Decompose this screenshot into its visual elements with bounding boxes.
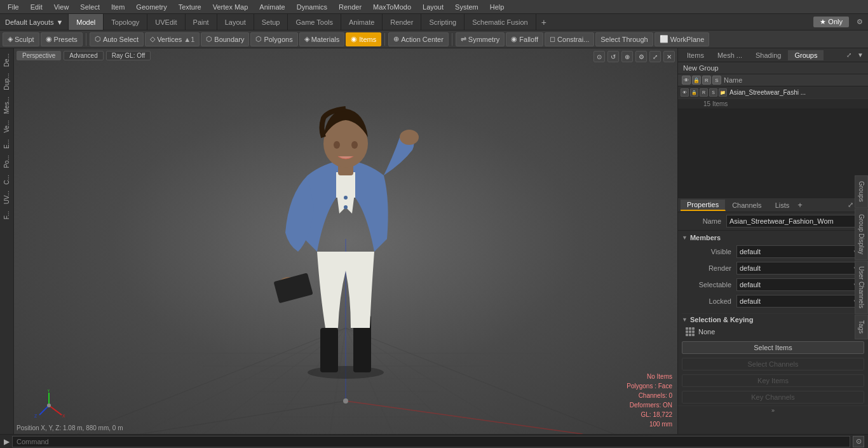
menu-maxtomodo[interactable]: MaxToModo <box>368 2 416 12</box>
key-items-button[interactable]: Key Items <box>682 374 864 387</box>
command-input[interactable] <box>12 436 850 447</box>
panel-expand-icon[interactable]: ⤢ <box>844 50 854 60</box>
vertices-button[interactable]: ◇ Vertices ▲1 <box>145 32 200 46</box>
tab-layout[interactable]: Layout <box>217 14 254 30</box>
settings-button[interactable]: ⚙ <box>851 18 868 26</box>
tab-render[interactable]: Render <box>383 14 421 30</box>
menu-edit[interactable]: Edit <box>25 2 48 12</box>
menu-vertexmap[interactable]: Vertex Map <box>208 2 254 12</box>
locked-select[interactable]: default <box>736 295 860 308</box>
groups-tab-items[interactable]: Items <box>681 50 711 60</box>
tab-schematic[interactable]: Schematic Fusion <box>465 14 536 30</box>
sculpt-button[interactable]: ◈ Sculpt <box>3 32 39 46</box>
viewport-mode-btn[interactable]: Perspective <box>17 51 61 60</box>
viewport-raygl-btn[interactable]: Ray GL: Off <box>106 51 151 60</box>
prop-tab-channels[interactable]: Channels <box>726 200 768 210</box>
nh-eye-icon[interactable]: 👁 <box>682 76 691 85</box>
group-row-0[interactable]: 👁 🔒 R S 📁 Asian_Streetwear_Fashi ... <box>678 86 868 99</box>
members-header[interactable]: ▼ Members <box>682 232 864 243</box>
workplane-button[interactable]: ⬜ WorkPlane <box>654 32 710 46</box>
tab-gametools[interactable]: Game Tools <box>288 14 341 30</box>
gi-folder[interactable]: 📁 <box>719 88 727 97</box>
groups-tab-mesh[interactable]: Mesh ... <box>711 50 749 60</box>
vtab-groups[interactable]: Groups <box>855 175 868 208</box>
vp-settings-icon[interactable]: ⚙ <box>635 51 647 62</box>
key-channels-button[interactable]: Key Channels <box>682 391 864 404</box>
menu-help[interactable]: Help <box>485 2 510 12</box>
menu-render[interactable]: Render <box>334 2 367 12</box>
select-items-button[interactable]: Select Items <box>682 341 864 354</box>
gi-s[interactable]: S <box>709 88 717 97</box>
menu-system[interactable]: System <box>450 2 484 12</box>
groups-tab-groups[interactable]: Groups <box>788 50 824 60</box>
menu-texture[interactable]: Texture <box>173 2 207 12</box>
vtab-user-channels[interactable]: User Channels <box>855 261 868 314</box>
materials-button[interactable]: ◈ Materials <box>299 32 345 46</box>
menu-layout[interactable]: Layout <box>417 2 449 12</box>
items-button[interactable]: ◉ Items <box>346 32 381 46</box>
prop-tab-add-button[interactable]: + <box>797 200 803 210</box>
tab-model[interactable]: Model <box>69 14 104 30</box>
select-through-button[interactable]: Select Through <box>595 32 653 46</box>
polygons-button[interactable]: ⬡ Polygons <box>250 32 297 46</box>
groups-tab-shading[interactable]: Shading <box>749 50 788 60</box>
vp-expand-icon[interactable]: ⤢ <box>649 51 661 62</box>
menu-file[interactable]: File <box>3 2 24 12</box>
panel-expand-button[interactable]: » <box>678 405 868 415</box>
pt-expand-icon[interactable]: ⤢ <box>846 201 855 209</box>
vp-refresh-icon[interactable]: ↺ <box>607 51 619 62</box>
nh-render-icon[interactable]: R <box>702 76 711 85</box>
cmd-search-button[interactable]: ⊙ <box>853 436 864 447</box>
symmetry-button[interactable]: ⇌ Symmetry <box>456 32 505 46</box>
gi-r[interactable]: R <box>700 88 708 97</box>
menu-item[interactable]: Item <box>106 2 130 12</box>
layout-selector[interactable]: Default Layouts ▼ <box>0 14 69 30</box>
falloff-button[interactable]: ◉ Falloff <box>506 32 543 46</box>
tab-scripting[interactable]: Scripting <box>421 14 465 30</box>
gi-eye[interactable]: 👁 <box>681 88 689 97</box>
cmd-arrow-icon[interactable]: ▶ <box>4 437 10 446</box>
viewport-rendering-btn[interactable]: Advanced <box>64 51 103 60</box>
panel-chevron-icon[interactable]: ▼ <box>855 50 865 60</box>
left-tool-6[interactable]: C... <box>1 172 12 187</box>
menu-animate[interactable]: Animate <box>254 2 290 12</box>
left-tool-7[interactable]: UV... <box>1 188 12 207</box>
tab-animate[interactable]: Animate <box>341 14 383 30</box>
sel-keying-header[interactable]: ▼ Selection & Keying <box>682 313 864 325</box>
vp-camera-icon[interactable]: ⊙ <box>593 51 605 62</box>
action-center-button[interactable]: ⊕ Action Center <box>388 32 449 46</box>
tab-topology[interactable]: Topology <box>104 14 147 30</box>
left-tool-8[interactable]: F... <box>1 208 12 222</box>
group-list-empty-area[interactable] <box>678 109 868 198</box>
left-tool-1[interactable]: Dup... <box>1 71 12 93</box>
render-select[interactable]: default <box>736 262 860 275</box>
add-tab-button[interactable]: + <box>536 14 552 30</box>
nh-sel-icon[interactable]: S <box>712 76 721 85</box>
tab-paint[interactable]: Paint <box>186 14 217 30</box>
left-tool-3[interactable]: Ve... <box>1 118 12 135</box>
prop-tab-properties[interactable]: Properties <box>681 200 726 211</box>
menu-select[interactable]: Select <box>75 2 105 12</box>
tab-uvedit[interactable]: UVEdit <box>147 14 185 30</box>
constraints-button[interactable]: ◻ Constrai... <box>545 32 594 46</box>
left-tool-2[interactable]: Mes... <box>1 94 12 116</box>
menu-dynamics[interactable]: Dynamics <box>292 2 332 12</box>
vp-search-icon[interactable]: ⊕ <box>621 51 633 62</box>
menu-view[interactable]: View <box>49 2 74 12</box>
left-tool-4[interactable]: E... <box>1 137 12 151</box>
gi-lock[interactable]: 🔒 <box>690 88 698 97</box>
visible-select[interactable]: default <box>736 245 860 258</box>
left-tool-0[interactable]: De... <box>1 51 12 69</box>
name-field-input[interactable] <box>726 215 864 227</box>
select-channels-button[interactable]: Select Channels <box>682 358 864 370</box>
nh-lock-icon[interactable]: 🔒 <box>692 76 701 85</box>
menu-geometry[interactable]: Geometry <box>131 2 172 12</box>
presets-button[interactable]: ◉ Presets <box>41 32 83 46</box>
auto-select-button[interactable]: ⬡ Auto Select <box>90 32 144 46</box>
left-tool-5[interactable]: Po... <box>1 153 12 171</box>
selectable-select[interactable]: default <box>736 278 860 291</box>
prop-tab-lists[interactable]: Lists <box>769 200 797 210</box>
tab-setup[interactable]: Setup <box>254 14 288 30</box>
boundary-button[interactable]: ⬡ Boundary <box>201 32 249 46</box>
new-group-button[interactable]: New Group <box>683 64 719 72</box>
